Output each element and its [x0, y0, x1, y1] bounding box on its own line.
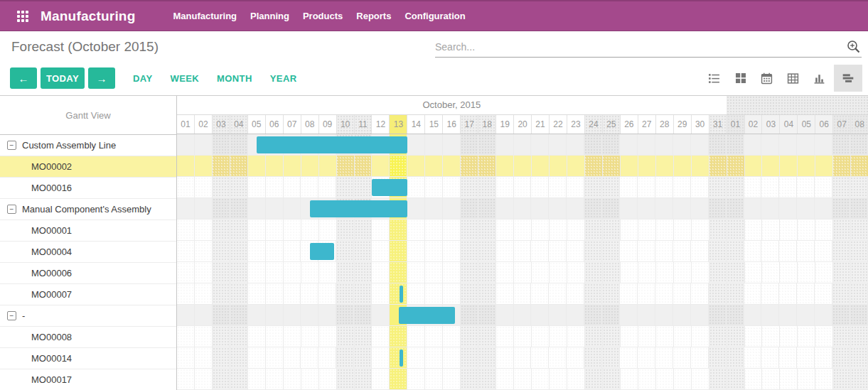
app-brand-title[interactable]: Manufacturing — [41, 9, 136, 24]
gantt-row — [177, 262, 868, 283]
gantt-row-label[interactable]: MO00001 — [0, 220, 176, 242]
gantt-cell — [798, 262, 815, 283]
gantt-cell — [337, 369, 355, 389]
row-label-text: MO00008 — [31, 332, 72, 342]
gantt-cell — [585, 156, 603, 176]
collapse-toggle-icon[interactable]: − — [7, 205, 16, 214]
menu-reports[interactable]: Reports — [356, 11, 391, 21]
gantt-cell — [797, 347, 815, 368]
gantt-cell — [674, 220, 692, 240]
search-magnifier-plus-icon[interactable] — [846, 39, 862, 55]
gantt-bar[interactable] — [310, 243, 334, 260]
gantt-cell — [496, 283, 514, 304]
gantt-cell — [603, 369, 621, 389]
apps-grid-icon[interactable] — [17, 11, 28, 22]
menu-configuration[interactable]: Configuration — [404, 11, 465, 21]
search-box — [435, 36, 862, 58]
pivot-view-icon[interactable] — [781, 65, 805, 92]
gantt-bar[interactable] — [372, 179, 407, 196]
month-header-row: October, 2015 — [177, 96, 868, 115]
control-panel: Forecast (October 2015) ← TODAY → DAY WE… — [0, 33, 868, 95]
gantt-row-label[interactable]: MO00008 — [0, 327, 176, 348]
gantt-cell — [407, 326, 425, 347]
gantt-cell — [390, 369, 407, 389]
gantt-cell — [496, 347, 514, 368]
collapse-toggle-icon[interactable]: − — [7, 141, 16, 150]
kanban-view-icon[interactable] — [729, 65, 752, 92]
gantt-cell — [727, 347, 744, 368]
gantt-cell — [248, 369, 266, 389]
gantt-cell — [585, 220, 603, 240]
list-view-icon[interactable] — [702, 65, 726, 92]
gantt-cell — [248, 198, 266, 219]
gantt-row-label[interactable]: MO00006 — [0, 263, 176, 284]
gantt-cell — [284, 156, 301, 176]
gantt-cell — [602, 305, 620, 325]
gantt-row-label[interactable]: −- — [0, 305, 176, 327]
gantt-cell — [478, 305, 496, 325]
gantt-row-label[interactable]: −Custom Assembly Line — [0, 135, 176, 156]
day-header-cell: 05 — [248, 115, 266, 134]
scale-month[interactable]: MONTH — [217, 73, 252, 84]
gantt-cell — [673, 177, 691, 197]
gantt-cell — [177, 326, 195, 347]
gantt-cell — [461, 220, 478, 240]
gantt-cell — [691, 347, 709, 368]
gantt-bar[interactable] — [257, 136, 407, 153]
gantt-bar[interactable] — [399, 307, 456, 324]
gantt-row-label[interactable]: MO00002 — [0, 156, 176, 178]
gantt-cell — [674, 156, 692, 176]
gantt-row — [177, 134, 868, 156]
gantt-cell — [797, 305, 815, 325]
collapse-toggle-icon[interactable]: − — [7, 311, 16, 320]
menu-products[interactable]: Products — [303, 11, 343, 21]
day-header-cell: 01 — [727, 115, 745, 134]
gantt-row-label[interactable]: MO00014 — [0, 348, 176, 369]
gantt-bar[interactable] — [400, 286, 403, 303]
gantt-cell — [832, 347, 850, 368]
gantt-cell — [230, 347, 248, 368]
menu-planning[interactable]: Planning — [250, 11, 289, 21]
gantt-cell — [514, 262, 532, 283]
gantt-bar[interactable] — [310, 200, 407, 217]
gantt-row-label[interactable]: −Manual Component's Assembly — [0, 199, 176, 220]
gantt-cell — [266, 156, 284, 176]
gantt-row-label[interactable]: MO00016 — [0, 178, 176, 199]
gantt-cell — [284, 198, 301, 219]
gantt-cell — [301, 177, 318, 197]
next-period-button[interactable]: → — [88, 67, 115, 89]
day-header-cell: 02 — [195, 115, 213, 134]
scale-week[interactable]: WEEK — [170, 73, 199, 84]
gantt-cell — [301, 283, 318, 304]
menu-manufacturing[interactable]: Manufacturing — [173, 11, 237, 21]
gantt-cell — [674, 369, 692, 389]
gantt-row-label[interactable]: MO00007 — [0, 284, 176, 305]
gantt-cell — [638, 326, 656, 347]
gantt-view-icon[interactable] — [834, 65, 862, 92]
gantt-cell — [248, 347, 266, 368]
gantt-row — [177, 347, 868, 369]
gantt-row-label[interactable]: MO00017 — [0, 369, 176, 390]
gantt-cell — [620, 198, 638, 219]
gantt-cell — [621, 262, 638, 283]
search-input[interactable] — [435, 41, 846, 53]
gantt-cell — [832, 198, 850, 219]
calendar-view-icon[interactable] — [755, 65, 778, 92]
gantt-bar[interactable] — [400, 350, 403, 367]
graph-view-icon[interactable] — [808, 65, 831, 92]
day-header-cell: 25 — [603, 115, 621, 134]
prev-period-button[interactable]: ← — [10, 67, 37, 89]
gantt-cell — [354, 283, 372, 304]
gantt-cell — [691, 241, 709, 261]
gantt-cell — [692, 156, 709, 176]
gantt-cell — [584, 134, 602, 155]
gantt-cell — [620, 347, 638, 368]
gantt-row-label[interactable]: MO00004 — [0, 242, 176, 263]
gantt-cell — [655, 283, 673, 304]
scale-day[interactable]: DAY — [133, 73, 152, 84]
gantt-cell — [709, 134, 727, 155]
today-button[interactable]: TODAY — [41, 67, 85, 89]
gantt-cell — [709, 156, 727, 176]
gantt-cell — [550, 156, 567, 176]
scale-year[interactable]: YEAR — [270, 73, 297, 84]
